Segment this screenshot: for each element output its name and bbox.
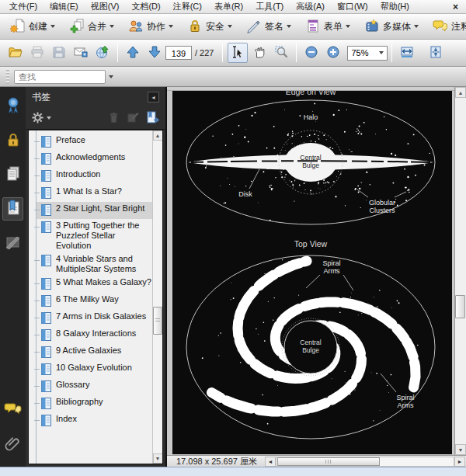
pages-tab[interactable]	[2, 163, 23, 186]
scroll-down-icon[interactable]: ▼	[153, 453, 163, 464]
scrollbar-thumb[interactable]	[455, 295, 465, 318]
attachments-tab[interactable]	[2, 433, 23, 456]
zoom-in-button[interactable]	[323, 43, 343, 63]
bookmark-item[interactable]: Introduction	[37, 168, 152, 185]
combine-button[interactable]: 合并	[64, 16, 120, 38]
marquee-zoom-button[interactable]	[271, 43, 291, 63]
highlight-bookmark-icon[interactable]	[127, 111, 139, 125]
bookmark-item[interactable]: 6 The Milky Way	[37, 293, 152, 310]
goto-bookmark-icon[interactable]	[146, 111, 160, 126]
delete-bookmark-icon[interactable]	[108, 111, 120, 125]
fit-page-button[interactable]	[426, 43, 446, 63]
sign-button[interactable]: 签名	[241, 16, 297, 38]
fit-width-button[interactable]	[397, 43, 417, 63]
zoom-out-button[interactable]	[301, 43, 322, 63]
open-file-button[interactable]	[5, 43, 26, 63]
bookmarks-scrollbar[interactable]: ▲ ▼	[152, 130, 162, 464]
bookmark-item[interactable]: Glossary	[37, 378, 152, 395]
bookmark-label: Preface	[56, 135, 151, 145]
bookmark-item[interactable]: 7 Arms in Disk Galaxies	[37, 310, 152, 327]
menu-item[interactable]: 编辑(E)	[43, 0, 85, 13]
scroll-up-icon[interactable]: ▲	[455, 87, 466, 98]
menu-item[interactable]: 帮助(H)	[374, 0, 416, 13]
menu-item[interactable]: 工具(T)	[249, 0, 290, 13]
halo-label: Halo	[304, 113, 318, 121]
email-button[interactable]	[71, 43, 91, 63]
main-toolbar: 创建合并协作安全签名表单多媒体注释	[0, 14, 466, 40]
select-tool-button[interactable]	[228, 43, 248, 63]
chevron-down-icon	[287, 25, 291, 28]
bookmark-item[interactable]: Preface	[37, 134, 152, 151]
bookmark-item[interactable]: 8 Galaxy Interactions	[37, 327, 152, 344]
scroll-down-icon[interactable]: ▼	[455, 444, 466, 455]
tree-connector-stub	[34, 301, 40, 301]
bookmark-item[interactable]: 1 What Is a Star?	[37, 185, 152, 202]
scrollbar-thumb[interactable]	[277, 457, 380, 466]
bookmark-label: 3 Putting Together the Puzzleof Stellar …	[56, 221, 151, 251]
document-horizontal-scrollbar[interactable]: ◄ ►	[265, 456, 465, 467]
toolbar-button-label: 多媒体	[383, 20, 411, 33]
bookmark-options-button[interactable]	[31, 111, 51, 126]
separator	[117, 43, 118, 62]
central-bulge-label-line2: Bulge	[302, 162, 319, 169]
bookmark-label: Glossary	[56, 380, 151, 390]
zoom-level-value: 75%	[351, 48, 368, 57]
find-options-chevron-icon[interactable]	[109, 75, 113, 78]
menu-item[interactable]: 注释(C)	[167, 0, 208, 13]
multimedia-button[interactable]: 多媒体	[359, 16, 424, 38]
menu-item[interactable]: 表单(R)	[208, 0, 249, 13]
bookmark-label: 1 What Is a Star?	[56, 186, 151, 196]
forms-button[interactable]: 表单	[300, 16, 356, 38]
tree-connector-stub	[34, 141, 40, 142]
scroll-up-icon[interactable]: ▲	[153, 130, 163, 141]
bookmark-item[interactable]: Bibliography	[37, 395, 152, 412]
toolbar-button-label: 表单	[324, 20, 343, 33]
bookmark-item[interactable]: 9 Active Galaxies	[37, 344, 152, 361]
bookmark-item[interactable]: Index	[37, 412, 152, 429]
pdf-page[interactable]: Edge on View Halo Central Bulge Disk Glo…	[172, 91, 452, 454]
scroll-left-icon[interactable]: ◄	[265, 457, 276, 467]
document-vertical-scrollbar[interactable]: ▲ ▼	[454, 87, 466, 455]
bookmark-label: 10 Galaxy Evolution	[56, 363, 151, 373]
bookmark-item[interactable]: 4 Variable Stars and MultipleStar System…	[37, 252, 152, 276]
previous-page-button[interactable]	[123, 43, 143, 63]
menu-item[interactable]: 窗口(W)	[331, 0, 374, 13]
panel-collapse-button[interactable]: ◂	[148, 92, 159, 102]
bookmark-item[interactable]: 2 Star Light, Star Bright	[37, 202, 152, 219]
signatures-tab[interactable]	[2, 231, 23, 255]
menu-item[interactable]: 高级(A)	[290, 0, 331, 13]
page-total-label: / 227	[195, 48, 214, 57]
page-number-input[interactable]	[165, 46, 192, 60]
menu-item[interactable]: 文件(F)	[3, 0, 43, 13]
bookmark-item[interactable]: 5 What Makes a Galaxy?	[37, 276, 152, 293]
print-button[interactable]	[27, 43, 47, 63]
comment-button[interactable]: 注释	[427, 16, 466, 38]
share-online-button[interactable]	[92, 43, 113, 63]
menu-item[interactable]: 文档(D)	[125, 0, 166, 13]
find-input[interactable]	[14, 70, 106, 84]
zoom-level-select[interactable]: 75%	[347, 46, 388, 61]
collaborate-button[interactable]: 协作	[123, 16, 179, 38]
bookmarks-tab[interactable]	[2, 197, 23, 221]
next-page-button[interactable]	[144, 43, 165, 63]
scroll-right-icon[interactable]: ►	[454, 457, 465, 467]
toolbar-grip[interactable]	[6, 70, 9, 84]
bookmark-item[interactable]: 10 Galaxy Evolution	[37, 361, 152, 378]
certificates-tab[interactable]	[2, 95, 23, 118]
secure-button[interactable]: 安全	[182, 16, 238, 38]
globular-clusters-label-line1: Globular	[369, 199, 395, 207]
bookmark-item[interactable]: 3 Putting Together the Puzzleof Stellar …	[37, 219, 152, 252]
close-icon[interactable]: ×	[448, 2, 463, 12]
speech-bubbles-icon	[4, 401, 23, 419]
security-tab[interactable]	[2, 129, 23, 152]
comments-tab[interactable]	[2, 398, 23, 422]
bookmark-item[interactable]: Acknowledgments	[37, 151, 152, 168]
comment-icon	[433, 19, 448, 35]
bookmark-page-icon	[41, 255, 52, 268]
scrollbar-thumb[interactable]	[153, 307, 162, 335]
save-button[interactable]	[49, 43, 69, 63]
menu-item[interactable]: 视图(V)	[85, 0, 126, 13]
floppy-icon	[51, 45, 67, 61]
hand-tool-button[interactable]	[249, 43, 270, 63]
create-button[interactable]: 创建	[5, 16, 61, 38]
